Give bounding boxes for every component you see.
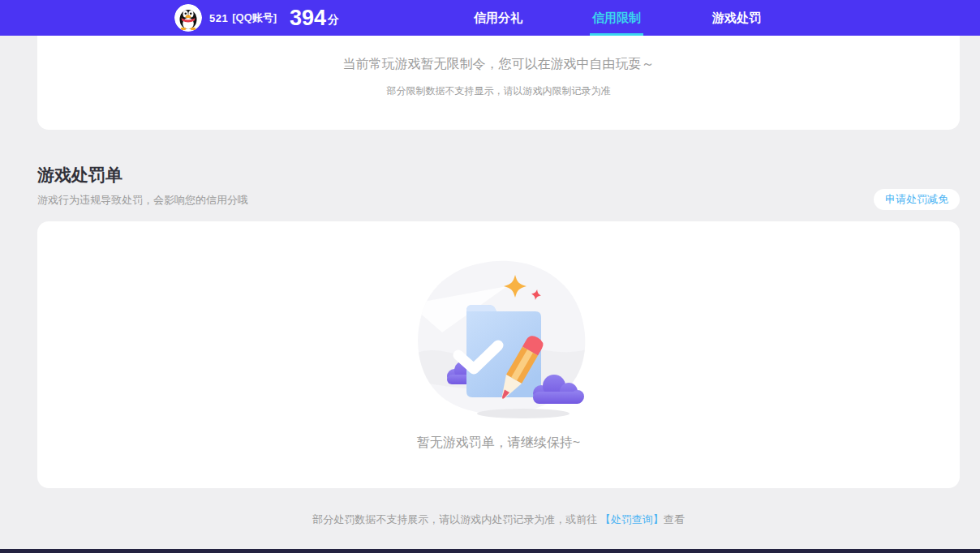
score-value: 394 xyxy=(290,0,326,36)
ground-shadow xyxy=(477,409,570,418)
empty-state-illustration xyxy=(410,255,596,426)
credit-score: 394 分 xyxy=(290,0,339,36)
account-info: 521 [QQ账号] xyxy=(209,0,277,36)
penalty-section-title: 游戏处罚单 xyxy=(37,164,122,186)
page: 521 [QQ账号] 394 分 信用分礼包 信用限制令 游戏处罚单 当前常玩游… xyxy=(0,0,980,553)
qq-penguin-icon xyxy=(174,4,202,32)
empty-state-message: 暂无游戏罚单，请继续保持~ xyxy=(37,435,960,452)
penalty-query-link[interactable]: 【处罚查询】 xyxy=(600,513,664,525)
account-type-label: [QQ账号] xyxy=(232,11,277,25)
tab-credit-restriction[interactable]: 信用限制令 xyxy=(587,0,646,36)
topbar: 521 [QQ账号] 394 分 信用分礼包 信用限制令 游戏处罚单 xyxy=(0,0,980,36)
score-unit: 分 xyxy=(328,13,339,28)
penalty-section-subtitle: 游戏行为违规导致处罚，会影响您的信用分哦 xyxy=(37,193,248,208)
bottom-dark-strip xyxy=(0,549,980,553)
tab-credit-gift[interactable]: 信用分礼包 xyxy=(469,0,527,36)
restriction-status-card: 当前常玩游戏暂无限制令，您可以在游戏中自由玩耍～ 部分限制数据不支持显示，请以游… xyxy=(37,36,960,130)
penalty-list-card: 暂无游戏罚单，请继续保持~ xyxy=(37,221,960,488)
footer-text-after: 查看 xyxy=(664,513,685,525)
restriction-main-message: 当前常玩游戏暂无限制令，您可以在游戏中自由玩耍～ xyxy=(37,36,960,73)
footer-note: 部分处罚数据不支持展示，请以游戏内处罚记录为准，或前往 【处罚查询】查看 xyxy=(37,512,960,527)
tab-game-penalty[interactable]: 游戏处罚单 xyxy=(707,0,766,36)
account-id: 521 xyxy=(209,12,228,24)
restriction-sub-message: 部分限制数据不支持显示，请以游戏内限制记录为准 xyxy=(37,84,960,98)
apply-penalty-reduction-button[interactable]: 申请处罚减免 xyxy=(874,189,960,210)
footer-text-before: 部分处罚数据不支持展示，请以游戏内处罚记录为准，或前往 xyxy=(312,513,600,525)
